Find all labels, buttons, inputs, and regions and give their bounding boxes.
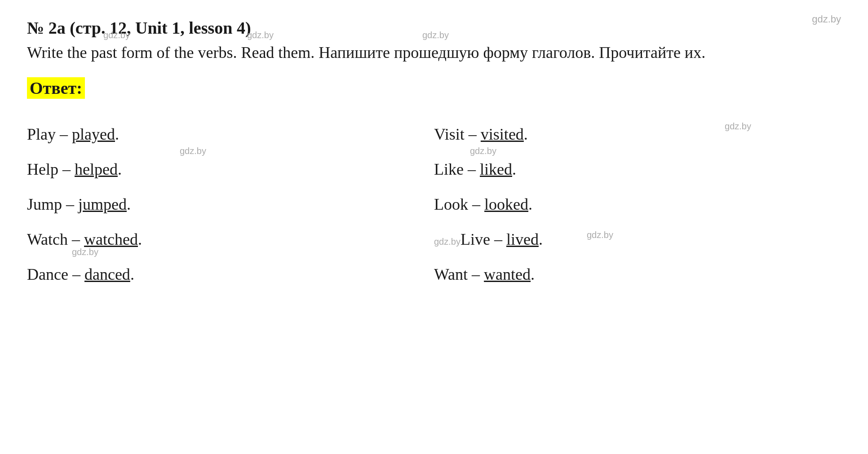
watermark-dance-above: gdz.by [72,247,98,257]
verb-row-live: gdz.byLive – lived. gdz.by gdz.by [434,222,841,257]
verb-base-want: Want [434,265,468,283]
verb-row-look: Look – looked. [434,187,841,222]
instruction-text: gdz.by gdz.by gdz.by Write the past form… [27,41,841,64]
verb-base-visit: Visit [434,125,465,143]
dash-play: – [56,125,72,143]
verb-row-jump: Jump – jumped. [27,187,434,222]
answer-label: Ответ: [27,77,841,112]
verb-past-help: helped [75,160,118,178]
verb-base-play: Play [27,125,56,143]
verb-past-look: looked [484,195,528,213]
watermark-instr-3: gdz.by [422,29,449,41]
watermark-visit-right: gdz.by [725,121,751,132]
verb-base-look: Look [434,195,468,213]
verb-grid: Play – played. gdz.by Visit – visited. g… [27,117,841,292]
verb-row-play: Play – played. gdz.by [27,117,434,152]
verb-base-help: Help [27,160,58,178]
verb-row-dance: gdz.by Dance – danced. [27,257,434,292]
watermark-live-inline: gdz.by [434,237,461,247]
verb-past-jump: jumped [78,195,127,213]
verb-row-like: Like – liked. [434,152,841,187]
verb-past-dance: danced [84,265,130,283]
watermark-instr-2: gdz.by [247,29,274,41]
verb-base-watch: Watch [27,230,68,248]
verb-past-watch: watched [84,230,138,248]
verb-past-want: wanted [484,265,531,283]
verb-past-visit: visited [481,125,524,143]
watermark-live-right: gdz.by [587,230,613,240]
dash-visit: – [465,125,481,143]
instruction-content: Write the past form of the verbs. Read t… [27,44,705,62]
verb-base-dance: Dance [27,265,68,283]
verb-past-play: played [72,125,115,143]
verb-row-visit: Visit – visited. gdz.by gdz.by [434,117,841,152]
verb-past-live: lived [506,230,539,248]
verb-past-like: liked [480,160,512,178]
verb-row-want: Want – wanted. [434,257,841,292]
verb-base-jump: Jump [27,195,62,213]
verb-base-like: Like [434,160,464,178]
verb-base-live: Live [461,230,490,248]
watermark-instr-1: gdz.by [103,29,130,41]
verb-row-help: Help – helped. [27,152,434,187]
watermark-top-right: gdz.by [812,13,841,25]
